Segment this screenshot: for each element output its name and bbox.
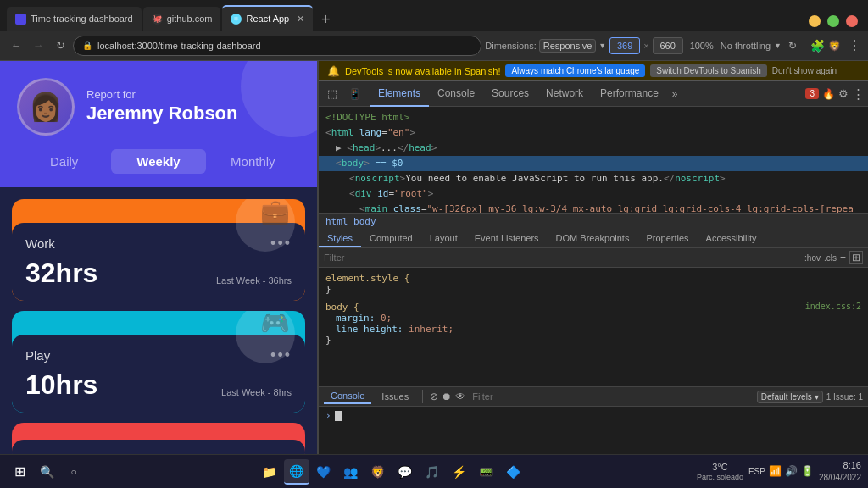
play-title: Play xyxy=(25,348,50,363)
dt-tab-sources[interactable]: Sources xyxy=(483,81,537,107)
play-card[interactable]: 🎮 Play ••• 10hrs Last Week - 8hrs xyxy=(12,311,305,413)
extensions-icon[interactable]: 🧩 xyxy=(810,39,825,53)
html-tree[interactable]: <!DOCTYPE html> <html lang="en"> ▶ <head… xyxy=(319,107,868,213)
maximize-button[interactable] xyxy=(827,15,839,27)
filter-plus[interactable]: + xyxy=(840,252,846,263)
style-source-body[interactable]: index.css:2 xyxy=(805,302,861,313)
tab-bar: Time tracking dashboard 🐙 github.com ⚛ R… xyxy=(0,0,868,30)
tab-computed[interactable]: Computed xyxy=(361,230,421,247)
dt-tab-elements[interactable]: Elements xyxy=(370,81,429,107)
study-card[interactable] xyxy=(12,423,305,454)
back-button[interactable]: ← xyxy=(7,36,25,55)
tab2-favicon: 🐙 xyxy=(152,14,163,25)
tab-react-app[interactable]: ⚛ React App ✕ xyxy=(222,5,313,30)
tree-line-head[interactable]: ▶ <head>...</head> xyxy=(319,141,868,156)
style-rule-element: element.style { } xyxy=(326,273,861,295)
tab-add-button[interactable]: + xyxy=(314,8,337,30)
dt-more-icon[interactable]: ⋮ xyxy=(852,86,865,102)
console-clear-icon[interactable]: ⊘ xyxy=(430,391,438,402)
prompt-cursor[interactable] xyxy=(335,411,342,421)
reload-button[interactable]: ↻ xyxy=(51,36,70,55)
console-level-select[interactable]: Default levels ▾ xyxy=(757,391,823,403)
refresh-icon[interactable]: ↻ xyxy=(785,38,800,53)
switch-devtools-btn[interactable]: Switch DevTools to Spanish xyxy=(650,64,766,77)
tab3-close[interactable]: ✕ xyxy=(297,14,304,25)
console-tab-console[interactable]: Console xyxy=(324,389,371,404)
cortana-button[interactable]: ○ xyxy=(61,459,86,485)
console-content[interactable]: › xyxy=(319,407,868,454)
tab-dom-breakpoints[interactable]: DOM Breakpoints xyxy=(548,230,638,247)
banner-text: DevTools is now available in Spanish! xyxy=(345,66,500,76)
start-button[interactable]: ⊞ xyxy=(7,459,32,485)
height-input[interactable]: 660 xyxy=(653,37,683,54)
filter-cls[interactable]: .cls xyxy=(824,253,837,263)
dt-tab-console[interactable]: Console xyxy=(429,81,483,107)
period-btn-daily[interactable]: Daily xyxy=(17,149,111,174)
taskbar-file-explorer[interactable]: 📁 xyxy=(257,459,282,485)
play-hours: 10hrs xyxy=(25,369,97,401)
match-language-btn[interactable]: Always match Chrome's language xyxy=(505,64,645,77)
filter-box[interactable]: ⊞ xyxy=(849,251,863,264)
battery-icon[interactable]: 🔋 xyxy=(801,465,814,477)
taskbar-extra2[interactable]: 🔷 xyxy=(501,459,526,485)
dimensions-selector[interactable]: Dimensions: Responsive ▼ xyxy=(485,39,606,53)
url-bar[interactable]: 🔒 localhost:3000/time-tracking-dashboard xyxy=(73,36,481,56)
dimensions-label: Dimensions: xyxy=(485,41,537,51)
responsive-select[interactable]: Responsive xyxy=(539,39,596,53)
console-filter-wrapper xyxy=(472,391,754,402)
dt-tab-network[interactable]: Network xyxy=(537,81,592,107)
tab-event-listeners[interactable]: Event Listeners xyxy=(466,230,548,247)
work-card[interactable]: 💼 Work ••• 32hrs Last Week - 36hrs xyxy=(12,199,305,301)
taskbar-whatsapp[interactable]: 💬 xyxy=(392,459,418,485)
tab1-favicon xyxy=(15,14,26,25)
address-toolbar: ← → ↻ 🔒 localhost:3000/time-tracking-das… xyxy=(0,30,868,61)
console-stop-icon[interactable]: ⏺ xyxy=(442,391,452,402)
taskbar-chrome[interactable]: 🌐 xyxy=(284,459,309,485)
tree-line-root: <div id="root"> xyxy=(319,186,868,202)
forward-button[interactable]: → xyxy=(29,36,47,55)
volume-icon[interactable]: 🔊 xyxy=(785,465,798,477)
period-btn-monthly[interactable]: Monthly xyxy=(206,149,300,174)
taskbar-vscode[interactable]: 💙 xyxy=(311,459,337,485)
dt-tab-more[interactable]: » xyxy=(667,81,683,107)
width-input[interactable]: 369 xyxy=(609,37,640,54)
devtools-device-icon[interactable]: 📱 xyxy=(344,84,364,104)
menu-button[interactable]: ⋮ xyxy=(848,37,861,53)
play-card-icon-bg: 🎮 xyxy=(260,311,290,337)
profile-card: 👩🏾 Report for Jeremny Robson Daily Weekl… xyxy=(0,61,317,187)
tab-styles[interactable]: Styles xyxy=(319,230,361,247)
clock[interactable]: 8:16 28/04/2022 xyxy=(819,459,861,484)
issues-count-badge[interactable]: 1 Issue: 1 xyxy=(826,392,863,402)
taskbar-terminal[interactable]: 📟 xyxy=(474,459,499,485)
console-panel: Console Issues ⊘ ⏺ 👁 Default levels ▾ 1 … xyxy=(319,386,868,454)
dont-show-btn[interactable]: Don't show again xyxy=(772,66,837,75)
taskbar-spotify[interactable]: 🎵 xyxy=(420,459,445,485)
search-button[interactable]: 🔍 xyxy=(34,459,59,485)
taskbar-extra1[interactable]: ⚡ xyxy=(447,459,472,485)
study-card-content xyxy=(12,440,305,454)
taskbar-teams[interactable]: 👥 xyxy=(338,459,364,485)
period-btn-weekly[interactable]: Weekly xyxy=(111,149,205,174)
styles-filter-input[interactable] xyxy=(324,252,801,263)
minimize-button[interactable] xyxy=(809,15,821,27)
period-tabs: Daily Weekly Monthly xyxy=(17,149,300,174)
console-eye-icon[interactable]: 👁 xyxy=(455,391,465,402)
style-closing-element: } xyxy=(326,284,861,295)
devtools-inspect-icon[interactable]: ⬚ xyxy=(322,84,342,104)
tab-properties[interactable]: Properties xyxy=(637,230,697,247)
console-filter-input[interactable] xyxy=(472,391,754,402)
breadcrumb-html[interactable]: html body xyxy=(326,216,376,227)
tree-line-body[interactable]: <body> == $0 xyxy=(319,156,868,171)
taskbar-brave[interactable]: 🦁 xyxy=(365,459,391,485)
tab-accessibility[interactable]: Accessibility xyxy=(698,230,765,247)
console-tab-issues[interactable]: Issues xyxy=(375,390,415,403)
dt-settings-icon[interactable]: ⚙ xyxy=(838,87,849,100)
dt-tab-performance[interactable]: Performance xyxy=(592,81,667,107)
tab-layout[interactable]: Layout xyxy=(421,230,466,247)
close-button[interactable] xyxy=(846,15,858,27)
tab-github[interactable]: 🐙 github.com xyxy=(143,7,221,30)
wifi-icon[interactable]: 📶 xyxy=(769,465,782,477)
tab-time-tracking[interactable]: Time tracking dashboard xyxy=(7,7,142,30)
work-last-week: Last Week - 36hrs xyxy=(216,275,292,286)
brave-icon[interactable]: 🦁 xyxy=(828,40,841,52)
